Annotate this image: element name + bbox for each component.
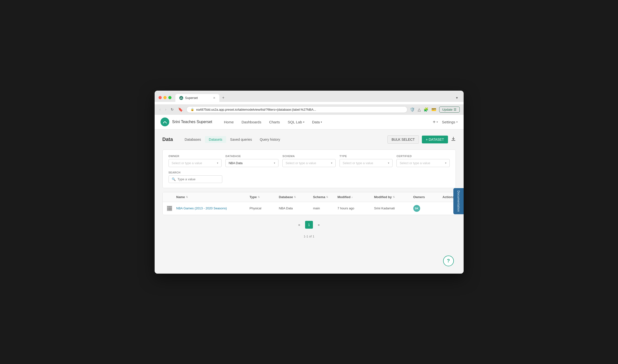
th-schema[interactable]: Schema ⇅ [313,195,338,199]
url-text: ea4875dd.us2a.app.preset.io/tablemodelvi… [196,108,316,111]
pagination-prev[interactable]: « [295,221,303,229]
certified-filter-select[interactable]: Select or type a value ▾ [397,159,450,167]
browser-dropdown-button[interactable]: ▾ [454,94,460,102]
new-tab-button[interactable]: + [219,93,227,102]
tab-close-button[interactable]: ✕ [213,96,216,100]
add-button[interactable]: + ▾ [432,118,439,126]
update-dropdown-icon: ☰ [454,108,457,111]
type-filter: TYPE Select or type a value ▾ [340,155,393,167]
database-sort-icon: ⇅ [294,196,296,198]
subtab-datasets[interactable]: Datasets [205,136,226,143]
th-modified-by[interactable]: Modified by ⇅ [374,195,413,199]
search-icon: 🔍 [172,177,176,181]
nav-forward-button[interactable]: › [164,107,167,112]
owner-filter-select[interactable]: Select or type a value ▾ [168,159,221,167]
th-modified[interactable]: Modified ↓ [338,195,374,199]
row-database: NBA Data [279,207,313,210]
lock-icon: 🔒 [191,108,194,111]
schema-filter: SCHEMA Select or type a value ▾ [282,155,335,167]
nav-links: Home Dashboards Charts SQL Lab ▾ Data ▾ [220,118,432,126]
sqllab-dropdown-icon: ▾ [303,121,304,123]
logo-area: Srini Teaches Superset [160,117,212,126]
pagination-page-1[interactable]: 1 [305,221,313,229]
certified-filter: CERTIFIED Select or type a value ▾ [397,155,450,167]
address-bar[interactable]: 🔒 ea4875dd.us2a.app.preset.io/tablemodel… [186,106,407,113]
row-schema: main [313,207,338,210]
traffic-light-red[interactable] [158,96,162,99]
type-filter-select[interactable]: Select or type a value ▾ [340,159,393,167]
modified-by-sort-icon: ⇅ [393,196,395,198]
modified-sort-icon: ↓ [351,196,353,198]
database-filter-label: DATABASE [225,155,278,157]
data-dropdown-icon: ▾ [321,121,322,123]
refresh-button[interactable]: ↻ [170,107,175,112]
page-title: Data [162,137,173,142]
name-sort-icon: ⇅ [186,196,188,198]
row-modified: 7 hours ago [338,207,374,210]
brand-name: Srini Teaches Superset [172,120,212,124]
tab-favicon [179,96,183,100]
table-row: NBA Games (2013 - 2020 Seasons) Physical… [163,202,456,215]
update-button[interactable]: Update ☰ [439,106,460,113]
owner-filter-chevron: ▾ [217,161,218,165]
documentation-tab[interactable]: Documentation [453,188,464,214]
bulk-select-button[interactable]: BULK SELECT [387,135,419,144]
th-name[interactable]: Name ⇅ [176,195,250,199]
nav-link-data[interactable]: Data ▾ [308,118,326,126]
extensions-icon[interactable]: 🧩 [424,107,428,112]
app-logo [160,117,169,126]
owner-filter: OWNER Select or type a value ▾ [168,155,221,167]
owner-filter-label: OWNER [168,155,221,157]
type-filter-label: TYPE [340,155,393,157]
th-type[interactable]: Type ⇅ [250,195,279,199]
top-navigation: Srini Teaches Superset Home Dashboards C… [154,115,464,130]
traffic-light-yellow[interactable] [163,96,167,99]
row-owners: SK [413,205,443,212]
row-icon [167,206,176,211]
documentation-tab-container: Documentation [453,188,464,214]
pagination-info: 1-1 of 1 [162,234,456,242]
nav-back-button[interactable]: ‹ [158,107,162,112]
certified-filter-label: CERTIFIED [397,155,450,157]
row-modified-by: Srini Kadamati [374,207,413,210]
add-dropdown-icon: ▾ [437,120,438,124]
nav-link-sqllab[interactable]: SQL Lab ▾ [284,118,308,126]
certified-filter-chevron: ▾ [445,161,447,165]
settings-button[interactable]: Settings ▾ [442,120,458,124]
data-table: Name ⇅ Type ⇅ Database ⇅ Schema ⇅ [162,192,456,215]
th-icon [167,195,176,199]
search-input-wrapper: 🔍 [168,175,222,183]
subtab-query-history[interactable]: Query history [256,136,284,143]
subtab-databases[interactable]: Databases [181,136,205,143]
browser-tab[interactable]: Superset ✕ [175,94,219,102]
alert-icon: △ [418,107,421,112]
traffic-light-green[interactable] [168,96,171,99]
add-dataset-button[interactable]: + DATASET [422,136,448,143]
help-button[interactable]: ? [443,256,454,266]
nav-link-charts[interactable]: Charts [265,118,284,126]
settings-dropdown-icon: ▾ [456,120,458,124]
table-header: Name ⇅ Type ⇅ Database ⇅ Schema ⇅ [163,192,456,202]
wallet-icon[interactable]: 💳 [431,107,436,112]
th-owners: Owners [413,195,443,199]
sub-tabs: Databases Datasets Saved queries Query h… [181,136,387,143]
pagination: « 1 » [162,215,456,234]
download-button[interactable] [451,136,456,143]
search-input[interactable] [178,177,214,181]
schema-filter-select[interactable]: Select or type a value ▾ [282,159,335,167]
bookmark-button[interactable]: 🔖 [177,107,184,112]
schema-filter-label: SCHEMA [282,155,335,157]
shield-icon: 🛡️ [410,107,415,112]
search-label: SEARCH [168,171,222,174]
nav-link-dashboards[interactable]: Dashboards [238,118,265,126]
database-filter: DATABASE NBA Data ▾ [225,155,278,167]
row-name[interactable]: NBA Games (2013 - 2020 Seasons) [176,207,250,210]
th-database[interactable]: Database ⇅ [279,195,313,199]
tab-title: Superset [185,96,198,100]
database-filter-select[interactable]: NBA Data ▾ [225,159,278,167]
subtab-saved-queries[interactable]: Saved queries [226,136,256,143]
schema-filter-chevron: ▾ [331,161,333,165]
pagination-next[interactable]: » [315,221,323,229]
database-filter-chevron: ▾ [274,161,275,165]
nav-link-home[interactable]: Home [220,118,238,126]
